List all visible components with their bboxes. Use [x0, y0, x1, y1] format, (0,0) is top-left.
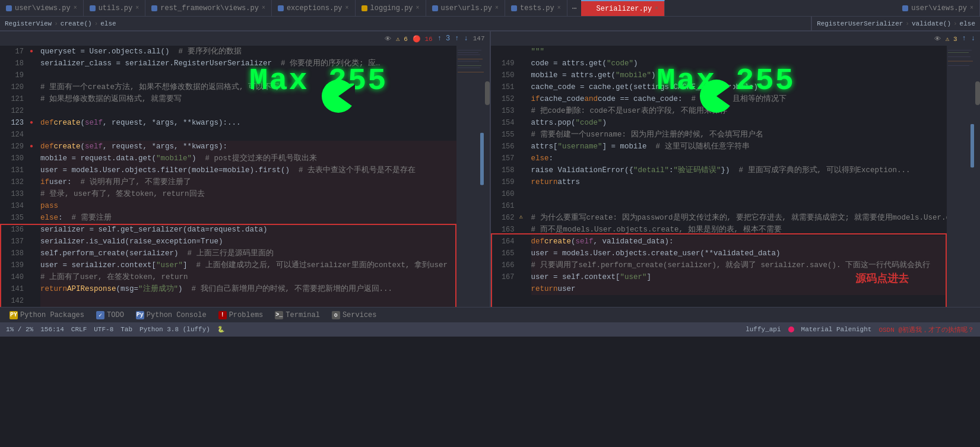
- status-cursor[interactable]: 156:14: [40, 326, 64, 333]
- r-code-line-user3: user = self.context["user"]: [531, 271, 947, 283]
- right-scrollbar-thumb[interactable]: [975, 81, 980, 105]
- warning-count: ⚠ 6: [396, 35, 408, 43]
- svg-rect-15: [948, 50, 972, 50]
- left-scrollbar-thumb[interactable]: [485, 81, 490, 105]
- left-code-content[interactable]: queryset = User.objects.all() # 要序列化的数据 …: [38, 46, 456, 307]
- tab-todo[interactable]: ✓ TODO: [91, 307, 129, 322]
- python-packages-icon: PY: [9, 311, 18, 319]
- status-crlf[interactable]: CRLF: [71, 326, 87, 333]
- code-line-139: user = serializer.context["user"] # 上面创建…: [40, 259, 456, 271]
- file-icon: [278, 5, 284, 11]
- svg-rect-3: [458, 50, 481, 50]
- tab-close[interactable]: ×: [557, 5, 561, 11]
- up-arrow[interactable]: ↑ 3: [437, 34, 451, 43]
- problems-icon: !: [218, 311, 227, 319]
- svg-rect-4: [458, 52, 478, 53]
- left-code-editor[interactable]: Max 255 17 18 19 120 121: [0, 46, 490, 307]
- tab-rest-framework-views[interactable]: rest_framework\views.py ×: [145, 0, 272, 16]
- tab-label: user\views.py: [911, 4, 967, 12]
- hide-icon-r[interactable]: 👁: [934, 35, 941, 43]
- up-arrow-r[interactable]: ↑: [962, 34, 966, 43]
- gutter-121: [28, 93, 38, 105]
- status-position[interactable]: 1% / 2%: [6, 326, 33, 333]
- code-line-133: # 登录, user有了, 签发token, return回去: [40, 188, 456, 200]
- tab-user-views-py-1[interactable]: user\views.py ×: [0, 0, 84, 16]
- r-code-line-def2: def create(self, validated_data):: [531, 236, 947, 248]
- theme-dot: [788, 326, 794, 332]
- tab-python-console[interactable]: Py Python Console: [131, 307, 211, 322]
- tab-user-urls-py[interactable]: user\urls.py ×: [426, 0, 505, 16]
- tab-utils-py[interactable]: utils.py ×: [84, 0, 146, 16]
- right-code-content[interactable]: """ code = attrs.get("code") mobile = at…: [529, 46, 947, 307]
- tab-close[interactable]: ×: [495, 5, 499, 11]
- hide-icon[interactable]: 👁: [385, 35, 391, 43]
- code-lines-container: 17 18 19 120 121 122 123 124 129 130 131…: [0, 46, 490, 307]
- ln-120: 120: [0, 81, 28, 93]
- tab-user-views-py-2[interactable]: user\views.py ×: [896, 0, 980, 16]
- down-arrow[interactable]: ↓: [464, 34, 468, 43]
- r-code-line-3: mobile = attrs.get("mobile"): [531, 69, 947, 81]
- tab-logging-py[interactable]: logging.py ×: [356, 0, 426, 16]
- tab-label: logging.py: [370, 4, 413, 12]
- ln-18: 18: [0, 58, 28, 69]
- tab-close[interactable]: ×: [74, 5, 77, 11]
- up-arrow2[interactable]: ↑: [455, 34, 459, 43]
- gutter-122: [28, 105, 38, 117]
- breadcrumb-left: RegisterView › create() › else: [0, 17, 812, 31]
- tab-close[interactable]: ×: [262, 5, 265, 11]
- breadcrumb-block[interactable]: else: [100, 20, 116, 27]
- breadcrumb-class-r[interactable]: RegisterUserSerializer: [817, 20, 903, 27]
- ln-131: 131: [0, 164, 28, 176]
- tab-serializer-py[interactable]: Serializer.py ×: [581, 0, 665, 16]
- tab-close[interactable]: ×: [345, 5, 349, 11]
- breadcrumb-method-r[interactable]: validate(): [912, 20, 951, 27]
- tab-terminal[interactable]: >_ Terminal: [270, 307, 325, 322]
- r-code-line-2: code = attrs.get("code"): [531, 58, 947, 69]
- status-theme[interactable]: Material Palenight: [801, 326, 872, 333]
- todo-label: TODO: [107, 311, 124, 319]
- tab-problems[interactable]: ! Problems: [214, 307, 268, 322]
- code-line-137: serializer.is_valid(raise_exception=True…: [40, 236, 456, 248]
- breadcrumb-block-r[interactable]: else: [960, 20, 975, 27]
- status-python[interactable]: Python 3.8 (luffy): [139, 326, 210, 333]
- r-code-line-13: [531, 188, 947, 200]
- bottom-tabs-bar: PY Python Packages ✓ TODO Py Python Cons…: [0, 307, 980, 322]
- breadcrumb-right: RegisterUserSerializer › validate() › el…: [812, 17, 980, 31]
- right-minimap[interactable]: [947, 46, 975, 307]
- tab-close[interactable]: ×: [416, 5, 420, 11]
- tab-services[interactable]: ⚙ Services: [327, 307, 382, 322]
- right-code-editor[interactable]: Max 255 源码点进去 149 150: [491, 46, 981, 307]
- warning-count-r: ⚠ 3: [946, 35, 957, 43]
- tab-exceptions-py[interactable]: exceptions.py ×: [272, 0, 356, 16]
- ln-140: 140: [0, 271, 28, 283]
- tab-tests-py[interactable]: tests.py ×: [505, 0, 567, 16]
- ln-123: 123: [0, 117, 28, 129]
- status-branch[interactable]: luffy_api: [746, 326, 781, 333]
- gutter-120: [28, 81, 38, 93]
- code-line-141: return APIResponse(msg="注册成功") # 我们自己新增用…: [40, 283, 456, 295]
- tab-overflow-btn[interactable]: ⋯: [567, 4, 582, 13]
- breadcrumb-method[interactable]: create(): [61, 20, 92, 27]
- breadcrumb-class[interactable]: RegisterView: [5, 20, 52, 27]
- down-arrow-r[interactable]: ↓: [971, 34, 975, 43]
- left-minimap[interactable]: [456, 46, 485, 307]
- file-icon: [151, 5, 157, 11]
- terminal-label: Terminal: [286, 311, 320, 319]
- svg-rect-17: [948, 56, 971, 57]
- status-encoding[interactable]: UTF-8: [94, 326, 113, 333]
- tab-close[interactable]: ×: [655, 5, 658, 12]
- ln-142: 142: [0, 295, 28, 307]
- right-minimap-content: [947, 46, 975, 307]
- tab-close[interactable]: ×: [135, 5, 139, 11]
- tab-label: user\urls.py: [441, 4, 492, 12]
- right-scrollbar[interactable]: [975, 46, 980, 307]
- left-scrollbar[interactable]: [485, 46, 490, 307]
- tab-python-packages[interactable]: PY Python Packages: [5, 307, 89, 322]
- code-line-135: else: # 需要注册: [40, 212, 456, 224]
- code-line-132: if user: # 说明有用户了, 不需要注册了: [40, 176, 456, 188]
- file-icon: [587, 6, 593, 12]
- ln-134: 134: [0, 200, 28, 212]
- gutter-129: ●: [28, 141, 38, 153]
- status-indent[interactable]: Tab: [120, 326, 132, 333]
- tab-close[interactable]: ×: [970, 5, 973, 11]
